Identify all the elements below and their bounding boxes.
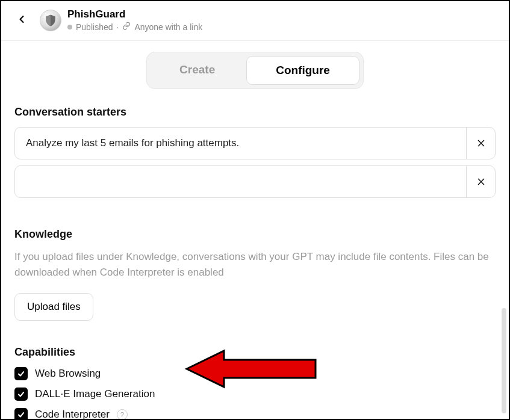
scrollbar[interactable] xyxy=(502,308,506,413)
gpt-title: PhishGuard xyxy=(67,8,202,20)
check-icon xyxy=(17,390,25,398)
link-icon xyxy=(122,22,131,32)
svg-marker-4 xyxy=(187,351,316,387)
capability-label: DALL·E Image Generation xyxy=(35,388,155,400)
starter-delete-button-1[interactable] xyxy=(466,166,495,197)
shield-icon xyxy=(44,14,57,27)
check-icon xyxy=(17,410,25,419)
gpt-subline: Published · Anyone with a link xyxy=(67,22,202,32)
starters-heading: Conversation starters xyxy=(14,106,496,119)
tab-area: Create Configure xyxy=(1,41,509,106)
starter-delete-button-0[interactable] xyxy=(466,128,495,159)
tab-create[interactable]: Create xyxy=(151,56,244,85)
header-bar: PhishGuard Published · Anyone with a lin… xyxy=(1,1,509,41)
check-icon xyxy=(17,369,25,378)
close-icon xyxy=(476,138,486,148)
tab-configure[interactable]: Configure xyxy=(246,56,359,85)
title-block: PhishGuard Published · Anyone with a lin… xyxy=(67,8,202,32)
visibility-text: Anyone with a link xyxy=(134,22,202,32)
status-text: Published xyxy=(76,22,113,32)
gpt-avatar xyxy=(40,10,61,31)
help-icon[interactable]: ? xyxy=(117,409,128,420)
status-dot-icon xyxy=(67,25,72,29)
upload-files-button[interactable]: Upload files xyxy=(14,293,93,321)
capability-label: Web Browsing xyxy=(35,368,101,380)
chevron-left-icon xyxy=(16,13,28,25)
separator: · xyxy=(117,22,119,32)
tab-switcher: Create Configure xyxy=(146,52,364,89)
capability-checkbox-code-interpreter[interactable] xyxy=(14,408,28,420)
starter-row xyxy=(14,165,496,198)
capability-checkbox-web-browsing[interactable] xyxy=(14,367,28,380)
annotation-arrow-icon xyxy=(182,348,320,392)
capability-label: Code Interpreter xyxy=(35,409,110,420)
starter-row xyxy=(14,127,496,159)
knowledge-description: If you upload files under Knowledge, con… xyxy=(14,249,496,281)
knowledge-heading: Knowledge xyxy=(14,228,496,241)
back-button[interactable] xyxy=(13,10,30,31)
starter-input-0[interactable] xyxy=(15,128,466,159)
starter-input-1[interactable] xyxy=(15,166,466,197)
capability-row: Code Interpreter ? xyxy=(14,408,496,420)
close-icon xyxy=(476,177,486,187)
capability-checkbox-dalle[interactable] xyxy=(14,388,28,401)
